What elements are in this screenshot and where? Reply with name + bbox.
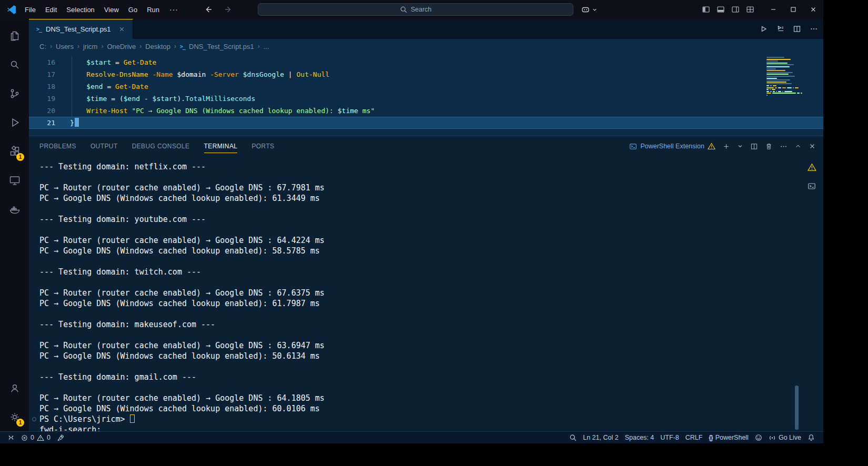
encoding-indicator[interactable]: UTF-8 <box>657 432 682 443</box>
minimap-line <box>766 59 814 60</box>
panel-tab-output[interactable]: OUTPUT <box>90 136 118 156</box>
menu-more[interactable]: ··· <box>164 0 184 19</box>
error-icon <box>21 434 28 441</box>
minimap-line <box>766 64 814 65</box>
terminal-line: PC → Router (router cache enabled) → Goo… <box>39 393 792 403</box>
breadcrumb-item[interactable]: C: <box>39 43 46 50</box>
breadcrumb-separator: › <box>139 43 142 50</box>
status-bar-right: Ln 21, Col 2 Spaces: 4 UTF-8 CRLF {} Pow… <box>566 432 818 443</box>
terminal-output: --- Testing domain: netflix.com ---PC → … <box>39 161 792 431</box>
run-below-button[interactable] <box>776 25 784 33</box>
language-mode[interactable]: {} PowerShell <box>705 432 752 443</box>
menu-selection[interactable]: Selection <box>62 0 99 19</box>
panel-tab-debug-console[interactable]: DEBUG CONSOLE <box>132 136 190 156</box>
command-decoration-icon[interactable] <box>32 417 36 421</box>
maximize-panel-button[interactable] <box>794 143 802 150</box>
kill-terminal-button[interactable] <box>765 143 773 150</box>
breadcrumb-item[interactable]: Users <box>56 43 74 50</box>
editor-line[interactable]: 21} <box>29 117 823 129</box>
toggle-sidebar-icon[interactable] <box>702 5 710 14</box>
editor[interactable]: 16 $start = Get-Date17 Resolve-DnsName -… <box>29 54 823 136</box>
line-number: 17 <box>29 68 70 80</box>
activity-explorer[interactable] <box>0 21 29 50</box>
terminal-line <box>39 225 792 235</box>
more-actions-button[interactable] <box>810 25 818 33</box>
breadcrumb-item[interactable]: jricm <box>83 43 97 50</box>
activity-extensions[interactable]: 1 <box>0 137 29 166</box>
terminal-line: PC → Google DNS (Windows cached lookup e… <box>39 193 792 204</box>
minimize-button[interactable] <box>763 0 783 19</box>
panel-tab-problems[interactable]: PROBLEMS <box>39 136 76 156</box>
terminal-scrollbar[interactable] <box>795 386 799 430</box>
terminal-tab-item[interactable] <box>803 179 820 193</box>
settings-badge: 1 <box>16 419 24 427</box>
layout-controls <box>702 0 754 19</box>
breadcrumb-item[interactable]: OneDrive <box>107 43 136 50</box>
minimap-line <box>766 60 814 62</box>
indentation-indicator[interactable]: Spaces: 4 <box>622 432 658 443</box>
minimap-line <box>766 87 814 88</box>
terminal-line <box>39 361 792 372</box>
toggle-secondary-sidebar-icon[interactable] <box>731 5 740 14</box>
activity-settings[interactable]: 1 <box>0 402 29 431</box>
activity-accounts[interactable] <box>0 373 29 402</box>
customize-layout-icon[interactable] <box>746 5 754 14</box>
breadcrumb-separator: › <box>101 43 103 50</box>
close-button[interactable] <box>803 0 823 19</box>
back-arrow[interactable] <box>198 0 218 19</box>
toggle-panel-icon[interactable] <box>716 5 725 14</box>
cursor-position[interactable]: Ln 21, Col 2 <box>580 432 621 443</box>
tab-dns-test-script[interactable]: >_ DNS_Test_Script.ps1 <box>29 19 133 39</box>
eol-indicator[interactable]: CRLF <box>682 432 706 443</box>
go-live-button[interactable]: Go Live <box>765 432 804 443</box>
menu-view[interactable]: View <box>99 0 124 19</box>
split-editor-button[interactable] <box>793 25 801 33</box>
warning-icon <box>37 434 44 441</box>
menu-go[interactable]: Go <box>124 0 142 19</box>
activity-remote-explorer[interactable] <box>0 166 29 195</box>
panel-more-button[interactable] <box>780 143 788 150</box>
problems-indicator[interactable]: 0 0 <box>18 432 54 443</box>
panel-tab-ports[interactable]: PORTS <box>251 136 274 156</box>
terminal-profile-chevron-icon[interactable] <box>737 143 743 149</box>
editor-line[interactable]: 18 $end = Get-Date <box>29 80 823 93</box>
terminal-selector[interactable]: PowerShell Extension <box>629 143 715 150</box>
editor-line[interactable]: 17 Resolve-DnsName -Name $domain -Server… <box>29 68 823 80</box>
new-terminal-button[interactable] <box>722 143 730 150</box>
breadcrumb-item[interactable]: DNS_Test_Script.ps1 <box>189 43 254 50</box>
menu-edit[interactable]: Edit <box>41 0 62 19</box>
terminal-prompt: PS C:\Users\jricm> <box>39 414 130 424</box>
forward-arrow[interactable] <box>218 0 238 19</box>
rocket-status-button[interactable] <box>54 432 67 443</box>
breadcrumb-item[interactable]: Desktop <box>145 43 170 50</box>
activity-docker[interactable] <box>0 195 29 224</box>
editor-line[interactable]: 20 Write-Host "PC → Google DNS (Windows … <box>29 105 823 117</box>
remote-indicator[interactable] <box>4 432 18 443</box>
command-center-search[interactable]: Search <box>258 3 573 16</box>
copilot-menu[interactable] <box>581 0 598 19</box>
minimap[interactable] <box>766 57 814 96</box>
breadcrumb-item[interactable]: ... <box>264 43 269 50</box>
tab-close-icon[interactable] <box>118 26 125 33</box>
run-button[interactable] <box>759 25 768 33</box>
maximize-button[interactable] <box>783 0 803 19</box>
zoom-indicator[interactable] <box>566 432 580 443</box>
terminal-line <box>39 382 792 393</box>
activity-run-debug[interactable] <box>0 108 29 137</box>
menu-run[interactable]: Run <box>142 0 164 19</box>
editor-line[interactable]: 19 $time = ($end - $start).TotalMillisec… <box>29 93 823 105</box>
line-number: 20 <box>29 105 70 117</box>
feedback-smiley[interactable] <box>752 432 765 443</box>
terminal-line: --- Testing domain: gmail.com --- <box>39 372 792 382</box>
split-terminal-button[interactable] <box>750 143 758 150</box>
editor-line[interactable]: 16 $start = Get-Date <box>29 56 823 68</box>
panel-tab-terminal[interactable]: TERMINAL <box>204 136 238 156</box>
notifications-bell[interactable] <box>804 432 818 443</box>
line-number: 21 <box>29 117 70 129</box>
activity-source-control[interactable] <box>0 79 29 108</box>
terminal[interactable]: --- Testing domain: netflix.com ---PC → … <box>29 156 823 431</box>
close-panel-button[interactable] <box>809 143 816 150</box>
copilot-icon <box>581 5 590 14</box>
activity-search[interactable] <box>0 50 29 79</box>
menu-file[interactable]: File <box>20 0 41 19</box>
